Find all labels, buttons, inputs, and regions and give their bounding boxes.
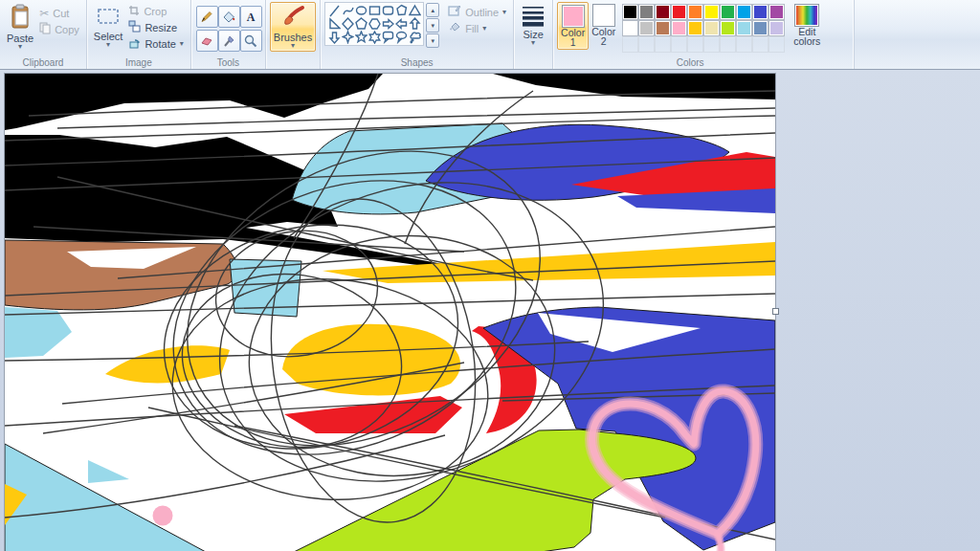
palette-swatch[interactable] <box>703 4 720 20</box>
size-caret-icon: ▾ <box>531 40 535 46</box>
edit-colors-button[interactable]: Edit colors <box>791 2 823 48</box>
tool-text-button[interactable]: A <box>240 6 262 28</box>
eraser-icon <box>200 34 213 48</box>
rotate-button[interactable]: Rotate ▾ <box>125 35 186 52</box>
tools-group-label: Tools <box>191 57 265 68</box>
palette-swatch[interactable] <box>720 4 736 20</box>
shapes-more-button[interactable]: ▾ <box>426 33 439 48</box>
palette-swatch[interactable] <box>736 4 752 20</box>
drawing-canvas[interactable] <box>5 74 775 551</box>
tool-pencil-button[interactable] <box>196 6 218 28</box>
size-icon <box>521 4 546 29</box>
paste-button[interactable]: Paste ▾ <box>4 2 36 52</box>
magnifier-icon <box>244 34 257 48</box>
palette-swatch[interactable] <box>768 20 785 36</box>
shape-right-arrow[interactable] <box>381 17 394 31</box>
palette-swatch[interactable] <box>768 4 785 20</box>
copy-button[interactable]: Copy <box>36 21 82 37</box>
five-point-star-icon <box>355 31 368 44</box>
polygon-icon <box>395 4 408 17</box>
shape-rounded-rectangle[interactable] <box>381 4 394 17</box>
shape-rectangle[interactable] <box>368 4 381 17</box>
tool-fill-with-color-button[interactable] <box>218 6 240 28</box>
shape-five-point-star[interactable] <box>354 31 368 44</box>
palette-swatch[interactable] <box>671 4 687 20</box>
shape-right-triangle[interactable] <box>327 17 341 31</box>
group-colors: Color 1 Color 2 Edit colors Colors <box>553 0 827 69</box>
palette-swatch[interactable] <box>638 4 655 20</box>
palette-empty-cell <box>638 36 655 53</box>
shape-rounded-callout[interactable] <box>381 31 394 44</box>
workspace <box>0 70 980 551</box>
canvas-resize-handle[interactable] <box>772 308 779 315</box>
cut-button[interactable]: ✂ Cut <box>36 5 82 21</box>
palette-empty-cell <box>720 36 736 53</box>
tool-color-picker-button[interactable] <box>218 30 240 52</box>
palette-empty-cell <box>671 36 687 53</box>
shape-four-point-star[interactable] <box>341 31 354 44</box>
palette-swatch[interactable] <box>752 20 768 36</box>
palette-swatch[interactable] <box>687 4 703 20</box>
palette-swatch[interactable] <box>622 20 638 36</box>
shape-down-arrow[interactable] <box>327 31 341 44</box>
pencil-icon <box>200 11 213 24</box>
shapes-group-label: Shapes <box>321 57 513 68</box>
crop-button[interactable]: Crop <box>125 3 186 19</box>
tool-eraser-button[interactable] <box>196 30 218 52</box>
shape-diamond[interactable] <box>341 17 354 31</box>
image-group-label: Image <box>87 57 190 68</box>
outline-label: Outline <box>465 7 499 18</box>
palette-swatch[interactable] <box>752 4 768 20</box>
shape-ellipse[interactable] <box>354 4 368 17</box>
brushes-icon <box>279 5 306 32</box>
ribbon-trailing-separator <box>854 0 855 69</box>
shape-outline-button[interactable]: Outline ▾ <box>445 4 509 20</box>
color-picker-icon <box>222 34 235 48</box>
palette-swatch[interactable] <box>687 20 703 36</box>
shapes-scroll-down-button[interactable]: ▾ <box>426 18 439 33</box>
color2-button[interactable]: Color 2 <box>589 2 618 48</box>
paste-caret-icon: ▾ <box>18 44 22 50</box>
crop-icon <box>128 5 140 18</box>
palette-swatch[interactable] <box>622 4 638 20</box>
shape-curve[interactable] <box>341 4 354 17</box>
cut-icon: ✂ <box>39 7 49 20</box>
palette-swatch[interactable] <box>655 20 671 36</box>
palette-swatch[interactable] <box>638 20 655 36</box>
fill-caret-icon: ▾ <box>482 26 486 32</box>
palette-swatch[interactable] <box>720 20 736 36</box>
outline-caret-icon: ▾ <box>502 10 506 15</box>
colors-group-label: Colors <box>553 57 827 68</box>
shape-up-arrow[interactable] <box>408 17 421 31</box>
text-icon: A <box>244 11 257 24</box>
shape-line[interactable] <box>327 4 341 17</box>
palette-swatch[interactable] <box>736 20 752 36</box>
shape-hexagon[interactable] <box>368 17 381 31</box>
shape-polygon[interactable] <box>394 4 408 17</box>
palette-swatch[interactable] <box>655 4 671 20</box>
shape-oval-callout[interactable] <box>394 31 408 44</box>
shapes-scroll-up-button[interactable]: ▴ <box>426 3 439 17</box>
select-icon <box>97 4 120 31</box>
select-caret-icon: ▾ <box>106 42 110 48</box>
tool-magnifier-button[interactable] <box>240 30 262 52</box>
shape-triangle[interactable] <box>408 4 421 17</box>
select-button[interactable]: Select ▾ <box>91 2 126 50</box>
right-triangle-icon <box>328 17 341 31</box>
shape-fill-button[interactable]: Fill ▾ <box>445 20 509 36</box>
brushes-button[interactable]: Brushes ▾ <box>270 2 316 52</box>
shape-left-arrow[interactable] <box>394 17 408 31</box>
fill-icon <box>448 21 461 35</box>
color1-button[interactable]: Color 1 <box>557 2 589 50</box>
size-button[interactable]: Size ▾ <box>518 2 548 48</box>
shape-pentagon[interactable] <box>354 17 368 31</box>
shape-cloud-callout[interactable] <box>408 31 421 44</box>
fill-with-color-icon <box>222 11 235 24</box>
crop-label: Crop <box>144 6 167 17</box>
palette-swatch[interactable] <box>703 20 720 36</box>
ribbon: Paste ▾ ✂ Cut Copy Clipboard <box>0 0 980 70</box>
palette-swatch[interactable] <box>671 20 687 36</box>
shape-six-point-star[interactable] <box>368 31 381 44</box>
resize-button[interactable]: Resize <box>125 19 186 35</box>
shapes-gallery <box>324 2 424 46</box>
